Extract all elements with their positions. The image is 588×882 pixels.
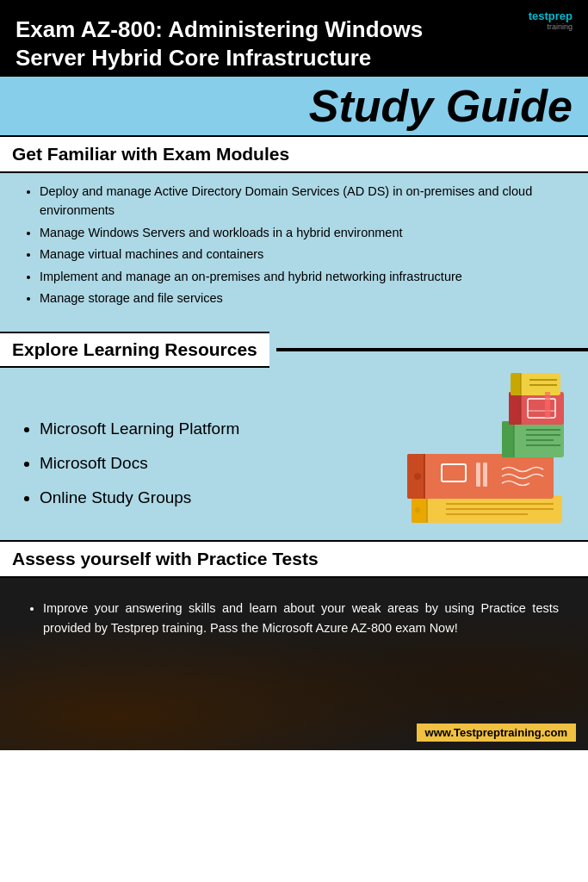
svg-point-30	[415, 507, 420, 512]
study-guide-label: Study Guide	[0, 77, 588, 135]
resources-list: Microsoft Learning Platform Microsoft Do…	[0, 411, 399, 531]
svg-rect-11	[483, 463, 487, 487]
resources-header-row: Explore Learning Resources	[0, 332, 588, 368]
svg-rect-10	[476, 463, 480, 487]
resources-section: Explore Learning Resources Microsoft Lea…	[0, 332, 588, 540]
resources-heading: Explore Learning Resources	[0, 332, 269, 368]
list-item: Manage virtual machines and containers	[40, 245, 562, 264]
svg-point-31	[414, 473, 421, 480]
svg-rect-20	[509, 392, 521, 425]
modules-section: Get Familiar with Exam Modules Deploy an…	[0, 135, 588, 332]
resources-list-col: Microsoft Learning Platform Microsoft Do…	[0, 411, 399, 531]
list-item: Microsoft Docs	[40, 454, 373, 473]
logo-main: testprep	[529, 10, 573, 22]
header-section: testprep training Exam AZ-800: Administe…	[0, 0, 588, 71]
modules-list: Deploy and manage Active Directory Domai…	[0, 173, 588, 320]
list-item: Online Study Groups	[40, 488, 373, 507]
list-item: Microsoft Learning Platform	[40, 419, 373, 438]
resources-header-line	[276, 348, 588, 351]
list-item: Implement and manage an on-premises and …	[40, 267, 562, 286]
books-illustration	[399, 368, 588, 531]
main-content: Get Familiar with Exam Modules Deploy an…	[0, 135, 588, 540]
list-item: Improve your answering skills and learn …	[43, 599, 559, 638]
list-item: Manage storage and file services	[40, 289, 562, 307]
svg-rect-13	[502, 421, 514, 457]
practice-heading: Assess yourself with Practice Tests	[0, 540, 588, 578]
practice-section: Assess yourself with Practice Tests	[0, 540, 588, 578]
books-svg	[399, 368, 579, 527]
logo-sub: training	[529, 22, 573, 31]
exam-title: Exam AZ-800: Administering Windows Serve…	[15, 16, 498, 71]
bottom-section: Improve your answering skills and learn …	[0, 578, 588, 750]
list-item: Deploy and manage Active Directory Domai…	[40, 182, 562, 220]
footer-url: www.Testpreptraining.com	[417, 724, 576, 742]
study-guide-banner: Study Guide	[0, 71, 588, 135]
resources-with-image: Microsoft Learning Platform Microsoft Do…	[0, 368, 588, 531]
practice-list: Improve your answering skills and learn …	[12, 590, 576, 647]
svg-rect-29	[545, 392, 550, 418]
modules-heading: Get Familiar with Exam Modules	[0, 135, 588, 173]
list-item: Manage Windows Servers and workloads in …	[40, 223, 562, 242]
svg-rect-25	[511, 373, 521, 395]
logo-area: testprep training	[529, 10, 573, 31]
